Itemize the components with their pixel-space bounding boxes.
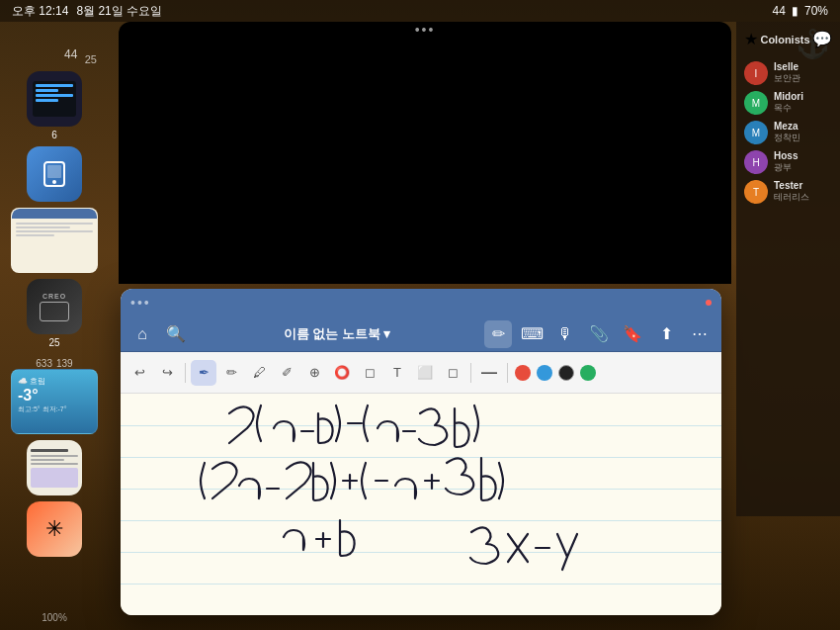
terminal-app-wrapper[interactable]: 6 [10, 71, 99, 140]
color-blue[interactable] [537, 365, 552, 381]
svg-point-1 [52, 180, 56, 184]
status-bar: 오후 12:14 8월 21일 수요일 44 ▮ 70% [0, 0, 840, 22]
creo-app-label: 25 [48, 337, 59, 348]
text-tool-button[interactable]: T [384, 360, 410, 386]
status-date: 8월 21일 수요일 [76, 3, 162, 20]
colonist-info-midori: Midori 목수 [774, 91, 803, 115]
overflow-button[interactable]: ⋯ [686, 320, 714, 348]
terminal-app-icon[interactable] [27, 71, 82, 127]
colonist-info-iselle: Iselle 보안관 [774, 61, 800, 85]
handwriting-svg [121, 394, 721, 615]
colonist-avatar-tester: T [744, 180, 768, 204]
colonist-name-iselle: Iselle [774, 61, 800, 72]
ai-app-wrapper[interactable]: ✳ [10, 501, 99, 557]
pen-active-button[interactable]: ✏ [484, 320, 512, 348]
colonist-avatar-meza: M [744, 121, 768, 144]
terminal-app-label: 6 [51, 130, 57, 140]
pencil-tool-button[interactable]: ✏ [218, 360, 244, 386]
selector-tool-button[interactable]: ⊕ [301, 360, 327, 386]
colonist-avatar-iselle: I [744, 61, 768, 85]
notes-nav-title-wrapper: 이름 없는 노트북 ▾ [196, 324, 478, 343]
colonist-name-meza: Meza [774, 121, 800, 132]
color-green[interactable] [580, 365, 596, 381]
lasso-tool-button[interactable]: ⭕ [329, 360, 355, 386]
marker-tool-button[interactable]: 🖊 [246, 360, 272, 386]
colonists-panel-title: Colonists [760, 34, 809, 45]
main-black-area: ••• [119, 22, 731, 284]
line-style-button[interactable]: — [476, 360, 502, 386]
status-time: 오후 12:14 [12, 3, 68, 20]
colonist-name-hoss: Hoss [774, 150, 798, 161]
notes-nav-title: 이름 없는 노트북 ▾ [284, 326, 391, 341]
creo-app-wrapper[interactable]: CREO 25 [10, 279, 99, 348]
color-red[interactable] [515, 365, 531, 381]
colonist-info-meza: Meza 정착민 [774, 121, 800, 144]
colonist-name-tester: Tester [774, 180, 809, 191]
bottom-numbers: 633 139 [32, 358, 76, 369]
battery-icon: ▮ [792, 4, 798, 18]
titlebar-dots [706, 300, 712, 306]
toolbar-sep-3 [507, 363, 508, 383]
star-icon[interactable]: ★ [744, 30, 758, 48]
pen-tool-button[interactable]: ✒ [191, 360, 216, 386]
weather-app-wrapper[interactable]: ☁️ 흐림 -3° 최고:5° 최저:-7° [10, 369, 99, 434]
svg-rect-2 [47, 165, 61, 178]
chat-icon[interactable]: 💬 [812, 30, 832, 48]
ai-app-icon[interactable]: ✳ [27, 501, 82, 557]
notes-canvas[interactable] [121, 394, 721, 615]
colonist-info-tester: Tester 테러리스 [774, 180, 809, 204]
colonist-name-midori: Midori [774, 91, 803, 102]
colonists-panel: ★ Colonists 💬 I Iselle 보안관 M Midori 목수 M… [736, 22, 840, 516]
color-black[interactable] [558, 365, 574, 381]
weather-thumb[interactable]: ☁️ 흐림 -3° 최고:5° 최저:-7° [11, 369, 98, 434]
bottom-percent: 100% [0, 607, 109, 625]
undo-button[interactable]: ↩ [126, 360, 152, 386]
eraser-tool-button[interactable]: ◻ [440, 360, 465, 386]
shapes-tool-button[interactable]: ◻ [357, 360, 382, 386]
home-button[interactable]: ⌂ [128, 320, 156, 348]
redo-button[interactable]: ↪ [154, 360, 180, 386]
share-button[interactable]: ⬆ [652, 320, 680, 348]
simulator-app-icon[interactable] [27, 146, 82, 202]
toolbar-sep-1 [185, 363, 186, 383]
crayon-tool-button[interactable]: ✐ [274, 360, 299, 386]
colonist-role-tester: 테러리스 [774, 191, 809, 204]
keyboard-button[interactable]: ⌨ [518, 320, 546, 348]
colonist-item-meza[interactable]: M Meza 정착민 [742, 118, 834, 147]
colonist-item-iselle[interactable]: I Iselle 보안관 [742, 58, 834, 88]
letter-app-icon[interactable] [27, 440, 82, 495]
search-button[interactable]: 🔍 [162, 320, 190, 348]
note-thumb-wrapper[interactable] [10, 208, 99, 273]
colonist-role-midori: 목수 [774, 102, 803, 115]
note-thumb[interactable] [11, 208, 98, 273]
colonist-role-meza: 정착민 [774, 132, 800, 144]
colonist-avatar-midori: M [744, 91, 768, 115]
top-number: 44 [64, 47, 77, 61]
notes-titlebar: ••• [121, 289, 721, 316]
mic-button[interactable]: 🎙 [551, 320, 579, 348]
colonist-item-hoss[interactable]: H Hoss 광부 [742, 147, 834, 177]
notes-window: ••• ⌂ 🔍 이름 없는 노트북 ▾ ✏ ⌨ 🎙 📎 🔖 ⬆ ⋯ ↩ ↪ ✒ … [121, 289, 721, 615]
attachment-button[interactable]: 📎 [585, 320, 613, 348]
letter-app-wrapper[interactable] [10, 440, 99, 495]
image-tool-button[interactable]: ⬜ [412, 360, 438, 386]
colonist-role-hoss: 광부 [774, 161, 798, 174]
notes-titlebar-three-dots: ••• [130, 295, 151, 311]
colonists-panel-header: ★ Colonists 💬 [742, 30, 834, 48]
close-button[interactable] [706, 300, 712, 306]
simulator-app-wrapper[interactable] [10, 146, 99, 202]
colonist-info-hoss: Hoss 광부 [774, 150, 798, 174]
colonist-item-tester[interactable]: T Tester 테러리스 [742, 177, 834, 207]
status-left: 오후 12:14 8월 21일 수요일 [12, 3, 162, 20]
three-dots: ••• [415, 22, 436, 38]
status-right: 44 ▮ 70% [773, 4, 828, 18]
bookmark-button[interactable]: 🔖 [619, 320, 646, 348]
toolbar-sep-2 [470, 363, 471, 383]
dock-number-25: 25 [85, 49, 109, 67]
left-dock: 44 25 6 [0, 22, 109, 630]
creo-app-icon[interactable]: CREO [27, 279, 82, 334]
colonist-item-midori[interactable]: M Midori 목수 [742, 88, 834, 118]
battery-percent: 70% [804, 4, 828, 18]
colonist-avatar-hoss: H [744, 150, 768, 174]
colonist-role-iselle: 보안관 [774, 72, 800, 85]
